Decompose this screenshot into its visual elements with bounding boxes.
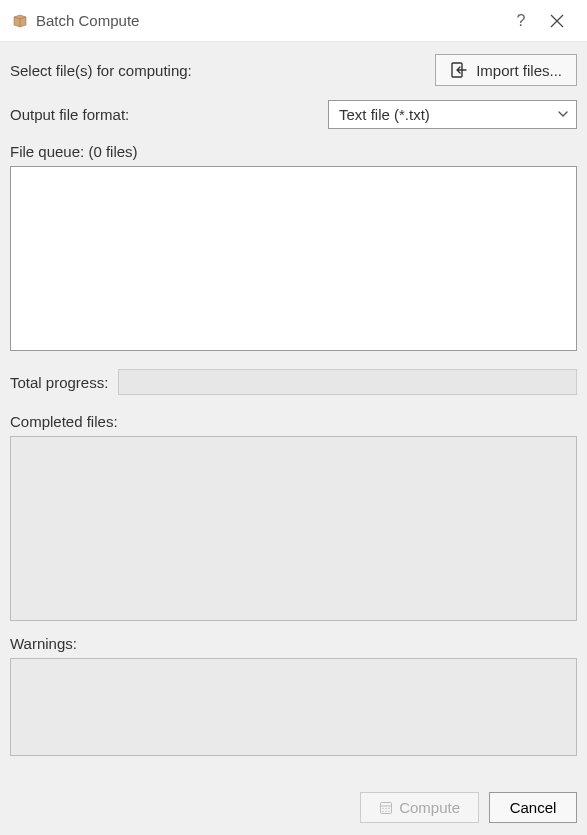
total-progress-label: Total progress: (10, 374, 108, 391)
svg-point-7 (385, 810, 386, 811)
titlebar: Batch Compute ? (0, 0, 587, 42)
help-icon[interactable]: ? (503, 3, 539, 39)
compute-button[interactable]: Compute (360, 792, 479, 823)
import-files-label: Import files... (476, 62, 562, 79)
compute-icon (379, 801, 393, 815)
svg-point-5 (388, 807, 389, 808)
dialog-footer: Compute Cancel (10, 792, 577, 823)
cancel-button[interactable]: Cancel (489, 792, 577, 823)
completed-files-label: Completed files: (10, 413, 577, 430)
cancel-button-label: Cancel (510, 799, 557, 816)
output-format-select[interactable]: Text file (*.txt) (328, 100, 577, 129)
svg-point-3 (382, 807, 383, 808)
compute-button-label: Compute (399, 799, 460, 816)
output-format-label: Output file format: (10, 106, 328, 123)
progress-row: Total progress: (10, 369, 577, 395)
import-files-button[interactable]: Import files... (435, 54, 577, 86)
dialog-content: Select file(s) for computing: Import fil… (0, 42, 587, 835)
select-files-row: Select file(s) for computing: Import fil… (10, 54, 577, 86)
file-queue-label: File queue: (0 files) (10, 143, 577, 160)
output-format-select-wrap: Text file (*.txt) (328, 100, 577, 129)
output-format-row: Output file format: Text file (*.txt) (10, 100, 577, 129)
completed-files-list (10, 436, 577, 621)
warnings-label: Warnings: (10, 635, 577, 652)
import-icon (450, 61, 468, 79)
close-icon[interactable] (539, 3, 575, 39)
app-icon (12, 13, 28, 29)
svg-point-8 (388, 810, 389, 811)
output-format-selected: Text file (*.txt) (339, 106, 430, 123)
svg-point-4 (385, 807, 386, 808)
warnings-list (10, 658, 577, 756)
window-title: Batch Compute (36, 12, 503, 29)
select-files-label: Select file(s) for computing: (10, 62, 435, 79)
file-queue-list[interactable] (10, 166, 577, 351)
svg-point-6 (382, 810, 383, 811)
total-progress-bar (118, 369, 577, 395)
